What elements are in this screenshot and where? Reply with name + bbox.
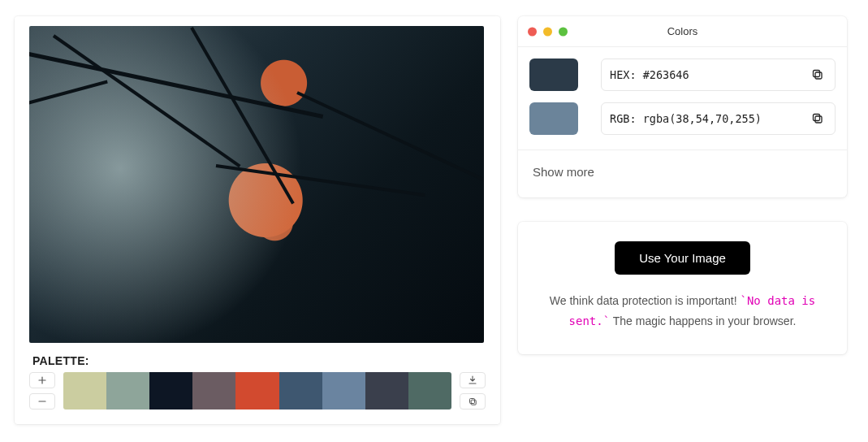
use-your-image-button[interactable]: Use Your Image — [615, 241, 750, 275]
close-icon[interactable] — [528, 27, 537, 36]
color-code-text: RGB: rgba(38,54,70,255) — [610, 112, 762, 125]
svg-rect-5 — [814, 115, 820, 121]
window-controls — [528, 27, 568, 36]
palette-label: PALETTE: — [32, 354, 486, 367]
color-chip[interactable] — [529, 102, 578, 135]
image-palette-card: PALETTE: — [15, 16, 500, 424]
sample-image — [29, 26, 484, 343]
svg-rect-2 — [815, 72, 822, 79]
color-code-field: HEX: #263646 — [601, 58, 836, 91]
download-palette-button[interactable] — [460, 372, 486, 388]
svg-rect-0 — [471, 400, 476, 405]
svg-rect-4 — [815, 116, 822, 123]
swatch[interactable] — [106, 372, 149, 410]
show-more-button[interactable]: Show more — [533, 165, 594, 179]
window-title: Colors — [667, 25, 698, 37]
palette-swatches — [63, 372, 451, 410]
color-row: RGB: rgba(38,54,70,255) — [529, 102, 836, 135]
svg-rect-3 — [814, 71, 820, 77]
colors-panel: Colors HEX: #263646 RGB: rgba(38,54,70, — [518, 16, 847, 197]
swatch[interactable] — [63, 372, 106, 410]
svg-rect-1 — [469, 398, 474, 403]
copy-icon[interactable] — [809, 110, 827, 128]
swatch[interactable] — [365, 372, 408, 410]
minimize-icon[interactable] — [543, 27, 552, 36]
palette-block: PALETTE: — [29, 354, 486, 410]
color-code-text: HEX: #263646 — [610, 68, 689, 81]
add-swatch-button[interactable] — [29, 372, 55, 388]
swatch[interactable] — [192, 372, 235, 410]
remove-swatch-button[interactable] — [29, 393, 55, 410]
color-code-field: RGB: rgba(38,54,70,255) — [601, 102, 836, 135]
upload-card: Use Your Image We think data protection … — [518, 222, 847, 354]
color-row: HEX: #263646 — [529, 58, 836, 91]
swatch[interactable] — [149, 372, 192, 410]
color-chip[interactable] — [529, 58, 578, 91]
swatch[interactable] — [279, 372, 322, 410]
copy-icon[interactable] — [809, 66, 827, 84]
swatch[interactable] — [408, 372, 451, 410]
swatch[interactable] — [235, 372, 279, 410]
copy-palette-button[interactable] — [460, 393, 486, 410]
window-header: Colors — [518, 16, 847, 47]
swatch[interactable] — [322, 372, 365, 410]
maximize-icon[interactable] — [559, 27, 568, 36]
upload-description: We think data protection is important! `… — [536, 291, 829, 332]
